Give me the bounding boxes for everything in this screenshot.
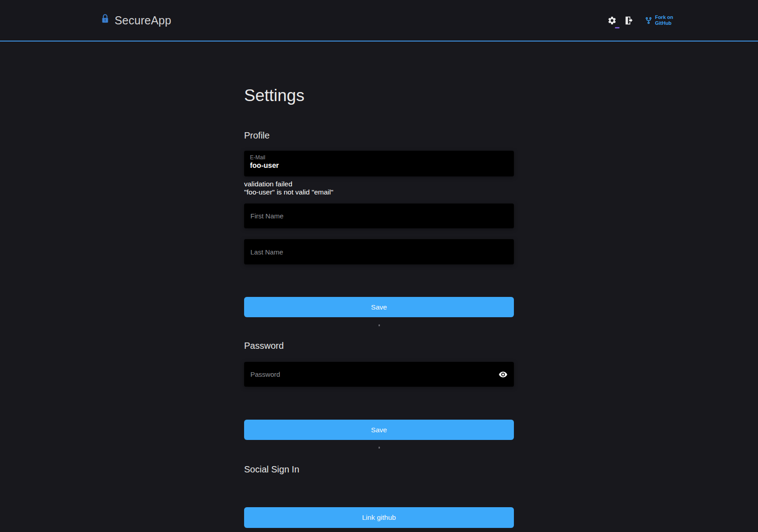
last-name-input[interactable] (244, 239, 514, 264)
validation-line-2: "foo-user" is not valid "email" (244, 188, 514, 196)
page-title: Settings (244, 86, 514, 106)
validation-line-1: validation failed (244, 180, 514, 188)
app-header: SecureApp (0, 0, 758, 42)
social-section-heading: Social Sign In (244, 463, 514, 475)
logout-button[interactable] (624, 16, 633, 25)
app-title: SecureApp (115, 14, 171, 27)
logout-door-icon (624, 16, 633, 25)
email-field[interactable]: E-Mail (244, 151, 514, 176)
tiny-dot-indicator (379, 324, 380, 326)
profile-save-button[interactable]: Save (244, 297, 514, 317)
lock-icon (100, 13, 110, 24)
password-section-heading: Password (244, 340, 514, 352)
git-fork-icon (645, 17, 652, 24)
fork-link-label: Fork on GitHub (655, 14, 673, 26)
gear-icon (607, 16, 617, 25)
brand: SecureApp (100, 14, 171, 27)
eye-icon (499, 370, 508, 379)
email-input[interactable] (250, 161, 508, 170)
header-actions: Fork on GitHub (607, 14, 673, 26)
settings-page: Settings Profile E-Mail validation faile… (244, 86, 514, 528)
email-field-label: E-Mail (250, 154, 508, 161)
fork-on-github-link[interactable]: Fork on GitHub (645, 14, 673, 26)
settings-gear-button[interactable] (607, 16, 617, 25)
gear-active-indicator (615, 27, 619, 28)
link-github-button[interactable]: Link github (244, 507, 514, 528)
tiny-dot-indicator (379, 447, 380, 449)
toggle-password-visibility-button[interactable] (499, 370, 508, 379)
password-input[interactable] (244, 362, 514, 387)
password-save-button[interactable]: Save (244, 420, 514, 440)
validation-message: validation failed "foo-user" is not vali… (244, 180, 514, 196)
password-field (244, 362, 514, 387)
profile-section-heading: Profile (244, 130, 514, 141)
first-name-input[interactable] (244, 204, 514, 228)
